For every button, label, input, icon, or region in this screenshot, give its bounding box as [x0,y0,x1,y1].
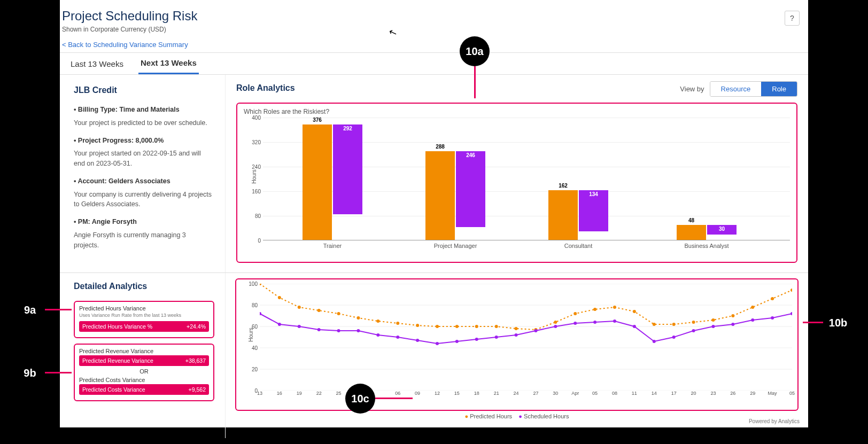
tabs: Last 13 Weeks Next 13 Weeks [60,52,808,75]
legend-scheduled-label: Scheduled Hours [524,413,569,419]
card-b-row1[interactable]: Predicted Revenue Variance +38,637 [79,355,209,366]
svg-point-29 [711,318,715,322]
svg-point-60 [771,316,774,320]
svg-point-53 [633,325,636,328]
card-a-row[interactable]: Predicted Hours Variance % +24.4% [79,321,209,332]
line-xlabels: 1316192225060912151821242730Apr050811141… [260,391,792,400]
annotation-10c: 10c [345,384,375,414]
card-a-title: Predicted Hours Variance [79,305,209,311]
svg-point-24 [613,306,616,309]
roles-bar-chart: Which Roles are the Riskiest? Hours 0801… [236,103,797,263]
svg-point-32 [771,297,774,300]
svg-point-28 [692,321,695,324]
svg-point-16 [455,325,459,328]
dashboard-app: Project Scheduling Risk Shown in Corpora… [60,0,808,427]
annotation-9b-line [45,372,72,373]
card-b-row2[interactable]: Predicted Costs Variance +9,562 [79,384,209,395]
svg-point-26 [653,323,656,326]
svg-point-51 [593,321,596,324]
svg-point-23 [593,308,596,311]
svg-point-22 [574,312,577,315]
svg-point-9 [317,309,321,312]
svg-point-50 [574,322,577,325]
svg-point-27 [672,323,676,326]
svg-point-8 [298,306,301,309]
svg-point-42 [416,339,419,342]
pm-label: • PM: Angie Forsyth [74,217,212,227]
progress-label: • Project Progress: 8,000.0% [74,136,212,146]
detailed-analytics: Detailed Analytics Predicted Hours Varia… [60,273,226,438]
line-chart-area: Hours 020406080100 [260,284,792,391]
detailed-title: Detailed Analytics [74,282,214,291]
svg-point-46 [495,336,498,339]
project-name: JLB Credit [74,85,212,95]
svg-point-57 [711,325,715,328]
legend-predicted-swatch: ● [465,413,469,419]
currency-subtitle: Shown in Corporate Currency (USD) [62,26,795,33]
svg-point-15 [436,325,439,328]
line-svg [260,284,792,391]
legend-scheduled-swatch: ● [518,413,522,419]
card-b-row2-label: Predicted Costs Variance [82,386,145,393]
billing-type-sub: Your project is predicted to be over sch… [74,118,212,128]
pm-sub: Angie Forsyth is currently managing 3 pr… [74,230,212,251]
or-label: OR [79,368,209,375]
svg-point-58 [731,323,734,326]
card-b-row1-label: Predicted Revenue Variance [82,357,153,364]
lower-content: Detailed Analytics Predicted Hours Varia… [60,272,808,438]
card-b-title1: Predicted Revenue Variance [79,348,209,354]
back-link[interactable]: < Back to Scheduling Variance Summary [62,41,188,49]
role-analytics-region: Role Analytics View by Resource Role Whi… [226,75,808,272]
card-b-row1-value: +38,637 [185,357,206,364]
toggle-resource[interactable]: Resource [710,82,762,96]
svg-point-39 [356,329,360,332]
bar-xlabels: TrainerProject ManagerConsultantBusiness… [263,240,790,251]
project-summary: JLB Credit • Billing Type: Time and Mate… [60,75,226,272]
roles-chart-title: Which Roles are the Riskiest? [244,108,790,115]
legend-predicted-label: Predicted Hours [470,413,512,419]
svg-point-6 [260,284,261,285]
line-chart-region: Hours 020406080100 131619222506091215182… [226,273,808,438]
svg-point-11 [356,316,360,320]
svg-point-31 [751,306,754,309]
svg-point-33 [790,289,792,292]
card-a-row-value: +24.4% [187,323,206,330]
svg-point-47 [515,333,518,337]
svg-point-54 [653,340,656,343]
svg-point-61 [790,312,792,315]
card-b-row2-value: +9,562 [189,386,206,393]
svg-point-43 [436,342,439,345]
help-button[interactable]: ? [785,11,800,26]
tab-next-13-weeks[interactable]: Next 13 Weeks [138,53,199,74]
account-sub: Your company is currently delivering 4 p… [74,190,212,210]
line-ylabel: Hours [248,328,254,342]
card-a-sub: Uses Variance Run Rate from the last 13 … [79,313,209,318]
svg-point-30 [731,314,734,317]
svg-point-45 [475,338,478,341]
svg-point-52 [613,320,616,323]
svg-point-17 [475,325,478,328]
svg-point-44 [455,340,459,343]
tab-last-13-weeks[interactable]: Last 13 Weeks [68,54,126,74]
svg-point-14 [416,324,419,327]
svg-point-48 [534,329,537,332]
annotation-9a-line [45,309,72,310]
svg-point-49 [554,325,557,328]
svg-point-19 [515,327,518,330]
card-a-row-label: Predicted Hours Variance % [82,323,152,330]
account-label: • Account: Gelders Associates [74,176,212,186]
svg-point-18 [495,325,498,328]
powered-by: Powered by Analytics [749,418,800,424]
toggle-role[interactable]: Role [761,82,797,96]
billing-type-label: • Billing Type: Time and Materials [74,105,212,115]
svg-point-21 [554,321,557,324]
svg-point-35 [278,323,281,326]
annotation-9a: 9a [15,295,45,325]
annotation-10c-line [375,398,413,399]
svg-point-36 [298,325,301,328]
page-title: Project Scheduling Risk [62,9,795,24]
svg-point-41 [396,336,399,339]
svg-point-59 [751,318,754,322]
bar-chart-area: Hours 0801602403204003762922882461621344… [263,118,790,240]
hours-line-chart: Hours 020406080100 131619222506091215182… [235,278,799,411]
